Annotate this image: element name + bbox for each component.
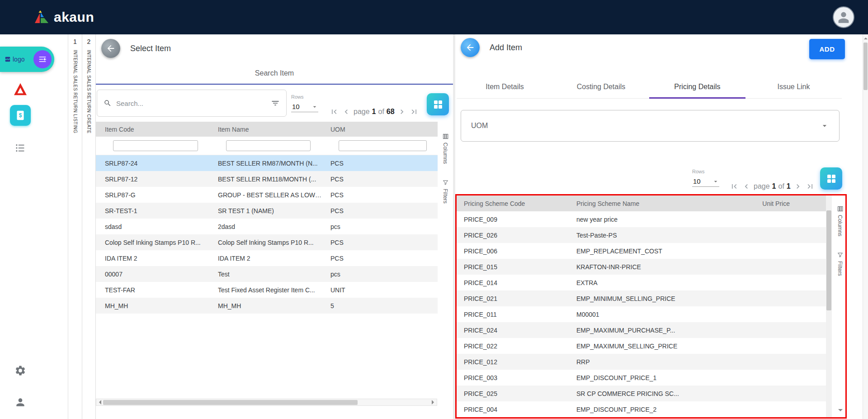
table-row[interactable]: PRICE_006EMP_REPLACEMENT_COST <box>457 243 826 259</box>
uom-label: UOM <box>471 122 488 130</box>
column-header-pricing-scheme-code[interactable]: Pricing Scheme Code <box>457 200 569 207</box>
workspace-tab-2[interactable]: 2 INTERNAL SALES RETURN CREATE <box>82 34 96 419</box>
last-page-button[interactable] <box>409 107 419 117</box>
table-row[interactable]: PRICE_026Test-Paste-PS <box>457 227 826 243</box>
tab-costing-details[interactable]: Costing Details <box>553 75 649 98</box>
table-cell: new year price <box>569 216 718 223</box>
table-header: Item Code Item Name UOM <box>96 122 438 137</box>
table-row[interactable]: PRICE_015KRAFTON-INR-PRICE <box>457 259 826 275</box>
sidebar-item-billing-app[interactable]: $ <box>10 105 31 126</box>
scrollbar-thumb[interactable] <box>103 400 358 405</box>
table-cell: KRAFTON-INR-PRICE <box>569 263 718 271</box>
table-row[interactable]: SRLP87-12BEST SELLER RM118/MONTH (...PCS <box>96 171 438 187</box>
sidebar-item-list[interactable] <box>10 138 31 158</box>
of-word: of <box>378 108 384 116</box>
columns-toggle[interactable]: Columns <box>837 205 844 236</box>
table-row[interactable]: PRICE_024EMP_MAXIMUM_PURCHASE_P... <box>457 322 826 338</box>
tab-search-item[interactable]: Search Item <box>96 62 453 85</box>
table-row[interactable]: TEST-FARTest Fixed Asset Register Item C… <box>96 282 438 298</box>
scrollbar-thumb[interactable] <box>826 210 831 310</box>
menu-toggle-button[interactable] <box>33 50 52 68</box>
table-row[interactable]: PRICE_021EMP_MINIMUM_SELLING_PRICE <box>457 290 826 306</box>
pagination: page 1 of 68 <box>329 107 419 117</box>
table-row[interactable]: PRICE_014EXTRA <box>457 275 826 290</box>
column-header-item-name[interactable]: Item Name <box>209 126 321 133</box>
table-row[interactable]: PRICE_025SR CP COMMERCE PRICING SC... <box>457 386 826 401</box>
column-header-pricing-scheme-name[interactable]: Pricing Scheme Name <box>569 200 718 207</box>
last-page-button[interactable] <box>805 181 815 191</box>
pricing-scheme-table: Pricing Scheme Code Pricing Scheme Name … <box>457 195 826 417</box>
columns-label: Columns <box>837 215 843 236</box>
scroll-up-arrow[interactable] <box>863 35 868 41</box>
vertical-scrollbar[interactable] <box>826 195 832 417</box>
next-page-button[interactable] <box>397 107 407 117</box>
table-row[interactable]: PRICE_022EMP_MAXIMUM_SELLING_PRICE <box>457 338 826 354</box>
sidebar-item-profile[interactable] <box>10 392 31 413</box>
sidebar-logo-button[interactable]: logo <box>0 47 54 72</box>
grid-icon <box>433 99 443 110</box>
rows-per-page-select[interactable]: Rows 10 <box>692 169 724 187</box>
table-cell: Test Fixed Asset Register Item C... <box>209 286 321 294</box>
workspace-tab-1[interactable]: 1 INTERNAL SALES RETURN LISTING <box>68 34 82 419</box>
table-row[interactable]: PRICE_012RRP <box>457 354 826 370</box>
pagination: page 1 of 1 <box>729 181 815 191</box>
sidebar-item-pdf[interactable] <box>10 79 31 100</box>
table-row[interactable]: 00007Testpcs <box>96 266 438 282</box>
sidebar-item-settings[interactable] <box>10 360 31 381</box>
table-cell: EMP_MINIMUM_SELLING_PRICE <box>569 295 718 302</box>
table-cell: EMP_REPLACEMENT_COST <box>569 248 718 255</box>
tab-issue-link[interactable]: Issue Link <box>745 75 842 98</box>
first-page-button[interactable] <box>329 107 339 117</box>
table-row[interactable]: Colop Self Inking Stamps P10 R...Colop S… <box>96 234 438 250</box>
filters-label: Filters <box>837 261 843 276</box>
panel-title: Select Item <box>130 44 171 53</box>
brand-logo[interactable]: akaun <box>34 10 94 25</box>
rows-value: 10 <box>292 103 300 110</box>
horizontal-scrollbar[interactable] <box>96 399 437 406</box>
scroll-down-arrow[interactable] <box>836 406 844 414</box>
scroll-right-arrow[interactable] <box>432 400 436 405</box>
table-cell: PRICE_003 <box>457 374 569 381</box>
table-row[interactable]: PRICE_011M00001 <box>457 306 826 322</box>
tab-pricing-details[interactable]: Pricing Details <box>649 75 745 98</box>
table-row[interactable]: sdasd2dasdpcs <box>96 219 438 234</box>
table-row[interactable]: IDA ITEM 2IDA ITEM 2PCS <box>96 250 438 266</box>
table-row[interactable]: PRICE_009new year price <box>457 211 826 227</box>
filter-list-icon[interactable] <box>271 99 280 108</box>
prev-page-button[interactable] <box>741 181 751 191</box>
table-row[interactable]: PRICE_004EMP_DISCOUNT_PRICE_2 <box>457 401 826 417</box>
table-row[interactable]: SRLP87-24BEST SELLER RM87/MONTH (N...PCS <box>96 155 438 171</box>
table-row[interactable]: SRLP87-GGROUP - BEST SELLER AS LOW ...PC… <box>96 187 438 203</box>
columns-toggle[interactable]: Columns <box>442 133 449 164</box>
table-cell: PCS <box>321 239 438 246</box>
first-page-button[interactable] <box>729 181 739 191</box>
scrollbar-thumb[interactable] <box>863 43 868 90</box>
table-cell: PRICE_004 <box>457 406 569 413</box>
tab-item-details[interactable]: Item Details <box>457 75 553 98</box>
table-row[interactable]: MH_MHMH_MH5 <box>96 298 438 314</box>
filter-input-item-code[interactable] <box>113 140 198 151</box>
user-avatar[interactable] <box>833 6 854 28</box>
add-button[interactable]: ADD <box>809 39 845 59</box>
rows-per-page-select[interactable]: Rows 10 <box>291 94 323 112</box>
column-header-unit-price[interactable]: Unit Price <box>718 200 826 207</box>
back-button[interactable] <box>101 39 120 58</box>
column-header-item-code[interactable]: Item Code <box>96 126 209 133</box>
grid-view-button[interactable] <box>427 93 449 115</box>
filter-input-item-name[interactable] <box>226 140 311 151</box>
back-button[interactable] <box>461 38 480 57</box>
filters-toggle[interactable]: Filters <box>442 179 449 204</box>
grid-view-button[interactable] <box>820 167 842 190</box>
search-input[interactable] <box>116 100 266 107</box>
table-row[interactable]: PRICE_003EMP_DISCOUNT_PRICE_1 <box>457 370 826 386</box>
uom-select[interactable]: UOM <box>461 110 840 142</box>
filter-input-uom[interactable] <box>339 140 427 151</box>
scroll-left-arrow[interactable] <box>97 400 101 405</box>
column-header-uom[interactable]: UOM <box>321 126 438 133</box>
table-row[interactable]: SR-TEST-1SR TEST 1 (NAME)PCS <box>96 203 438 219</box>
filters-toggle[interactable]: Filters <box>837 252 844 276</box>
page-scrollbar[interactable] <box>863 34 868 419</box>
pdf-reader-icon <box>13 82 28 96</box>
next-page-button[interactable] <box>793 181 803 191</box>
prev-page-button[interactable] <box>341 107 351 117</box>
